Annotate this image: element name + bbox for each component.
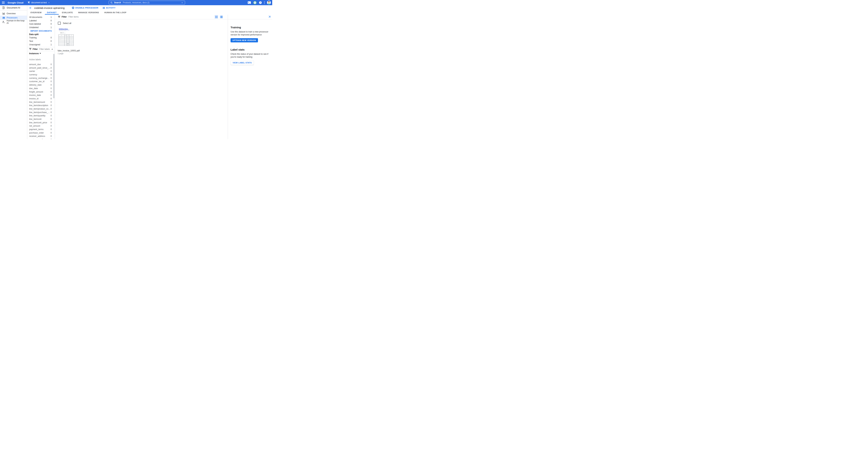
label-row[interactable]: receiver_email 0 xyxy=(27,138,55,139)
document-count-row[interactable]: Auto-labeled 0 xyxy=(27,22,55,26)
overview-icon xyxy=(2,12,5,15)
label-row[interactable]: purchase_order 0 xyxy=(27,131,55,134)
activity-list-icon xyxy=(102,7,105,9)
invoice-summary-row: Subtotal $1,413.57 xyxy=(59,43,73,44)
label-row[interactable]: line_item/purchase_order 0 xyxy=(27,111,55,114)
data-split-row[interactable]: Unassigned 1 xyxy=(27,43,55,47)
document-count-row[interactable]: All documents 1 xyxy=(27,16,55,19)
uptrain-new-version-button[interactable]: UPTRAIN NEW VERSION xyxy=(230,38,258,42)
chevron-down-icon: ▼ xyxy=(48,2,50,3)
label-row[interactable]: invoice_date 0 xyxy=(27,93,55,97)
document-filename: fake_invoice_10001.pdf xyxy=(58,50,75,52)
tab[interactable]: MANAGE VERSIONS xyxy=(76,10,101,14)
list-view-button[interactable] xyxy=(219,15,223,19)
filter-label: Filter xyxy=(62,16,67,18)
label-row[interactable]: line_item/product_code 0 xyxy=(27,107,55,111)
notifications-badge[interactable]: 5 xyxy=(253,1,257,4)
help-icon[interactable]: ? xyxy=(259,1,262,4)
label-stats-description: Check the status of your dataset to see … xyxy=(230,53,270,58)
tab-bar: OVERVIEWDATASETEVALUATEMANAGE VERSIONSHU… xyxy=(27,10,272,15)
disable-processor-button[interactable]: DISABLE PROCESSOR xyxy=(72,7,98,9)
label-row[interactable]: customer_tax_id 0 xyxy=(27,80,55,83)
document-count-row[interactable]: Labeled 0 xyxy=(27,19,55,22)
tab[interactable]: EVALUATE xyxy=(60,10,75,14)
project-icon xyxy=(28,1,30,4)
side-panel-toolbar xyxy=(228,14,272,19)
search-input[interactable] xyxy=(122,1,181,4)
label-row[interactable]: line_item/description 0 xyxy=(27,104,55,107)
search-expand-chevron-icon[interactable] xyxy=(181,2,183,4)
filter-icon xyxy=(29,48,31,50)
import-documents-button[interactable]: IMPORT DOCUMENTS xyxy=(27,29,55,33)
more-vert-icon[interactable] xyxy=(264,1,265,4)
add-label-icon[interactable]: + xyxy=(51,48,53,50)
invoice-empty-row xyxy=(59,41,73,43)
hamburger-menu-icon[interactable] xyxy=(2,2,5,4)
items-filter-bar: Filter xyxy=(55,14,228,19)
label-filter-bar: Filter + xyxy=(27,47,55,51)
invoice-subtitle: International Piping Company xyxy=(59,30,73,30)
search-bar[interactable]: Search xyxy=(109,1,185,4)
google-cloud-logo[interactable]: Google Cloud xyxy=(8,1,24,4)
label-row[interactable]: delivery_date 0 xyxy=(27,83,55,87)
training-section-title: Training xyxy=(230,26,270,29)
label-row[interactable]: receiver_address 0 xyxy=(27,134,55,138)
label-row[interactable]: currency_exchange_rate 0 xyxy=(27,77,55,80)
dataset-main-area: Filter Select all McWilliam Piping Inter… xyxy=(55,14,228,139)
activity-label: ACTIVITY xyxy=(106,7,116,9)
label-row[interactable]: freight_amount 0 xyxy=(27,90,55,94)
document-count-row[interactable]: Unlabeled 1 xyxy=(27,26,55,29)
label-row[interactable]: carrier 0 xyxy=(27,70,55,73)
label-row[interactable]: amount_due 0 xyxy=(27,63,55,66)
label-stats-section-title: Label stats xyxy=(230,48,270,51)
grid-view-button[interactable] xyxy=(214,15,218,19)
label-row[interactable]: net_amount 0 xyxy=(27,124,55,128)
view-label-stats-button[interactable]: VIEW LABEL STATS xyxy=(230,60,254,65)
select-all-label: Select all xyxy=(63,22,71,25)
label-row[interactable]: invoice_id 0 xyxy=(27,97,55,100)
invoice-address: 14368 Pipeline Ave Chino, CA 91710 xyxy=(59,31,73,31)
data-split-row[interactable]: Test 0 xyxy=(27,39,55,43)
sidebar-item-label: Human-in-the-loop AI xyxy=(7,20,27,24)
label-row[interactable]: due_date 0 xyxy=(27,87,55,90)
data-split-title: Data split xyxy=(27,33,55,36)
document-card[interactable]: McWilliam Piping International Piping Co… xyxy=(58,27,75,55)
tab[interactable]: HUMAN-IN-THE-LOOP xyxy=(102,10,129,14)
filter-label: Filter xyxy=(33,48,38,50)
document-thumbnail[interactable]: McWilliam Piping International Piping Co… xyxy=(58,27,73,46)
logo-text: Google Cloud xyxy=(8,1,24,4)
invoice-line-item-row: Knuckle Couplers 9 274.63 2065.87 xyxy=(59,36,73,37)
notification-count: 5 xyxy=(254,2,255,4)
label-row[interactable]: payment_terms 0 xyxy=(27,128,55,131)
select-all-control: Select all xyxy=(58,22,71,25)
sidebar-item-overview[interactable]: Overview xyxy=(0,11,27,16)
label-row[interactable]: line_item/unit_price 0 xyxy=(27,121,55,124)
filter-items-input[interactable] xyxy=(68,16,121,18)
labels-scrollbar[interactable] xyxy=(54,54,54,98)
filter-icon xyxy=(58,16,60,18)
avatar[interactable] xyxy=(267,1,271,4)
label-row[interactable]: line_item/amount 0 xyxy=(27,100,55,104)
label-row[interactable]: amount_paid_since_last_i… 0 xyxy=(27,66,55,70)
sidebar-item-hitl[interactable]: Human-in-the-loop AI xyxy=(0,20,27,24)
project-switcher[interactable]: document-ai-test ▼ xyxy=(28,1,50,4)
collapse-panel-icon[interactable] xyxy=(268,16,271,19)
sidebar-item-processors[interactable]: Processors xyxy=(0,16,27,20)
tab[interactable]: OVERVIEW xyxy=(28,10,44,14)
select-all-checkbox[interactable] xyxy=(58,22,61,25)
cloud-shell-icon[interactable] xyxy=(248,1,251,4)
invoice-line-item-row: PVC Pipe 12 Inch 7 215.90 2111.30 xyxy=(59,37,73,39)
label-row[interactable]: line_item/unit 0 xyxy=(27,117,55,121)
data-split-row[interactable]: Training 0 xyxy=(27,36,55,39)
data-split-rows: Training 0 Test 0 Unassigned 1 xyxy=(27,36,55,46)
label-row[interactable]: currency 0 xyxy=(27,73,55,77)
activity-button[interactable]: ACTIVITY xyxy=(102,7,116,9)
tab[interactable]: DATASET xyxy=(45,10,59,14)
invoice-due-date-line: Due Date: 2020-01-02 xyxy=(60,33,73,33)
filter-labels-input[interactable] xyxy=(39,48,50,51)
stop-icon xyxy=(72,7,74,9)
instances-dropdown[interactable]: Instances xyxy=(27,51,55,56)
left-nav-sidebar: Document AI Overview Processors Human-in… xyxy=(0,5,27,139)
back-arrow-icon[interactable] xyxy=(29,6,32,9)
label-row[interactable]: line_item/quantity 0 xyxy=(27,114,55,118)
